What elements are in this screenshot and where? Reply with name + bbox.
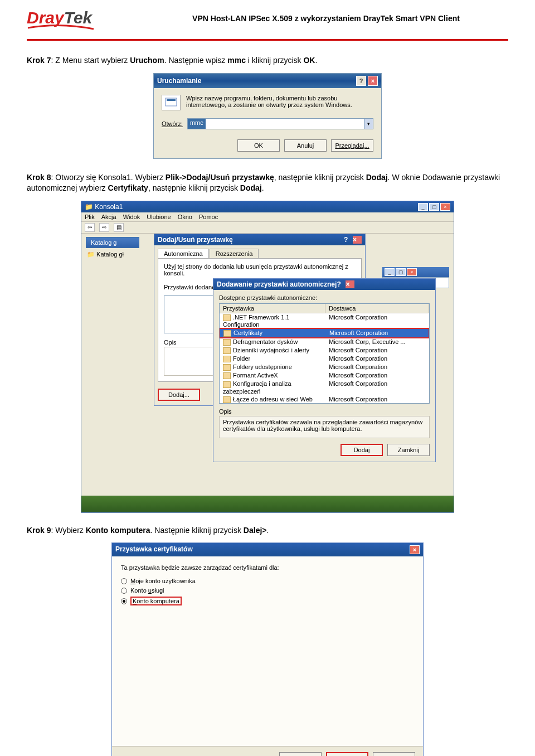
add-button[interactable]: Dodaj... [158,389,200,401]
folder-icon: 📁 [85,203,95,211]
page-title: VPN Host-LAN IPSec X.509 z wykorzystanie… [138,14,508,23]
sa-list[interactable]: Przystawka Dostawca .NET Framework 1.1 C… [219,303,430,404]
tree-item-root[interactable]: 📁 Katalog gł [87,250,124,259]
radio-option[interactable]: Moje konto użytkownika [121,578,414,584]
svg-rect-2 [167,99,176,101]
run-titlebar: Uruchamianie ? × [154,74,381,88]
close-icon[interactable]: × [346,280,354,288]
browse-button[interactable]: Przeglądaj... [331,139,373,152]
run-open-label: Otwórz: [162,120,183,127]
draytek-logo: DrayTek [27,6,138,31]
help-icon[interactable]: ? [337,280,346,288]
radio-label: Konto usługi [130,587,164,594]
mmc-tree: 📁 Katalog gł [87,250,124,259]
ok-button[interactable]: OK [237,139,280,152]
mmc-menubar: Plik Akcja Widok Ulubione Okno Pomoc [81,212,454,222]
help-icon[interactable]: ? [344,236,353,244]
list-item[interactable]: Konfiguracja i analiza zabezpieczeńMicro… [220,380,429,395]
window-buttons: _ ▢ × [418,203,450,211]
menu-pomoc[interactable]: Pomoc [199,214,218,220]
step9-text: Krok 9: Wybierz Konto komputera. Następn… [27,525,508,536]
next-button[interactable]: Dalej > [326,752,368,756]
cancel-button[interactable]: Anuluj [284,139,327,152]
run-desc: Wpisz nazwę programu, folderu, dokumentu… [186,95,373,108]
sa-avail-label: Dostępne przystawki autonomiczne: [219,294,430,301]
add-button[interactable]: Dodaj [341,444,383,456]
minimize-icon[interactable]: _ [418,203,428,211]
radio-label: Moje konto użytkownika [130,578,196,584]
run-icon [162,95,181,110]
sa-col-przystawka: Przystawka [220,304,325,313]
menu-plik[interactable]: Plik [85,214,95,220]
mmc-window: 📁 Konsola1 _ ▢ × Plik Akcja Widok Ulubio… [81,201,454,513]
menu-okno[interactable]: Okno [178,214,192,220]
list-item[interactable]: Foldery udostępnioneMicrosoft Corporatio… [220,363,429,371]
maximize-icon[interactable]: ▢ [429,203,439,211]
menu-akcja[interactable]: Akcja [101,214,116,220]
chevron-down-icon[interactable]: ▾ [364,119,373,129]
addremove-titlebar: Dodaj/Usuń przystawkę ? × [154,234,365,245]
close-icon[interactable]: × [368,76,378,86]
mmc-title-text: Konsola1 [95,203,123,211]
list-item[interactable]: Formant ActiveXMicrosoft Corporation [220,371,429,380]
addremove-note: Użyj tej strony do dodania lub usunięcia… [164,263,356,277]
run-open-value: mmc [188,119,206,129]
help-icon[interactable]: ? [356,76,366,86]
cancel-button[interactable]: Anuluj [373,752,415,756]
close-icon[interactable]: × [440,203,450,211]
standalone-dialog: Dodawanie przystawki autonomicznej ? × D… [213,278,436,462]
close-icon[interactable]: × [410,545,420,554]
list-item[interactable]: Dzienniki wydajności i alertyMicrosoft C… [220,346,429,355]
header-divider [27,39,508,41]
cert-titlebar: Przystawka certyfikatów × [112,543,423,556]
radio-option[interactable]: Konto usługi [121,587,414,594]
run-title: Uruchamianie [157,77,201,85]
maximize-icon[interactable]: ▢ [396,268,406,276]
list-item[interactable]: .NET Framework 1.1 ConfigurationMicrosof… [220,313,429,328]
list-icon[interactable]: ▤ [114,223,124,232]
step8-text: Krok 8: Otworzy się Konsola1. Wybierz Pl… [27,172,508,194]
minimize-icon[interactable]: _ [385,268,395,276]
close-icon[interactable]: × [407,268,417,276]
cert-snapin-dialog: Przystawka certyfikatów × Ta przystawka … [111,542,424,756]
standalone-titlebar: Dodawanie przystawki autonomicznej ? × [213,279,435,290]
list-item[interactable]: Defragmentator dyskówMicrosoft Corp, Exe… [220,338,429,346]
list-item[interactable]: CertyfikatyMicrosoft Corporation [219,328,430,338]
sa-col-dostawca: Dostawca [325,304,429,313]
menu-ulubione[interactable]: Ulubione [147,214,171,220]
sa-opis-label: Opis [219,408,430,415]
tab-rozszerzenia[interactable]: Rozszerzenia [210,249,259,258]
cert-intro: Ta przystawka będzie zawsze zarządzać ce… [121,564,414,571]
radio-option[interactable]: Konto komputera [121,597,414,605]
mmc-titlebar: 📁 Konsola1 _ ▢ × [81,201,454,212]
close-icon[interactable]: × [353,236,362,244]
svg-text:DrayTek: DrayTek [27,8,93,27]
catalog-header: Katalog g [86,237,139,248]
tab-autonomiczna[interactable]: Autonomiczna [158,249,209,258]
back-button: < Wstecz [279,752,322,756]
radio-icon[interactable] [121,598,127,604]
page-header: DrayTek VPN Host-LAN IPSec X.509 z wykor… [27,0,508,36]
menu-widok[interactable]: Widok [123,214,140,220]
mmc-toolbar: ⇦ ⇨ ▤ [81,222,454,234]
sa-opis-text: Przystawka certyfikatów zezwala na przeg… [219,416,430,438]
list-item[interactable]: Łącze do adresu w sieci WebMicrosoft Cor… [220,395,429,404]
list-item[interactable]: FolderMicrosoft Corporation [220,355,429,363]
close-button[interactable]: Zamknij [387,444,430,456]
back-icon[interactable]: ⇦ [85,223,95,232]
radio-icon[interactable] [121,578,127,584]
run-dialog: Uruchamianie ? × Wpisz nazwę programu, f… [153,73,382,159]
run-open-combo[interactable]: mmc ▾ [187,118,373,129]
forward-icon[interactable]: ⇨ [99,223,109,232]
desktop-grass [81,496,454,512]
radio-label: Konto komputera [130,597,182,605]
step7-text: Krok 7: Z Menu start wybierz Uruchom. Na… [27,55,508,66]
radio-icon[interactable] [121,588,127,594]
